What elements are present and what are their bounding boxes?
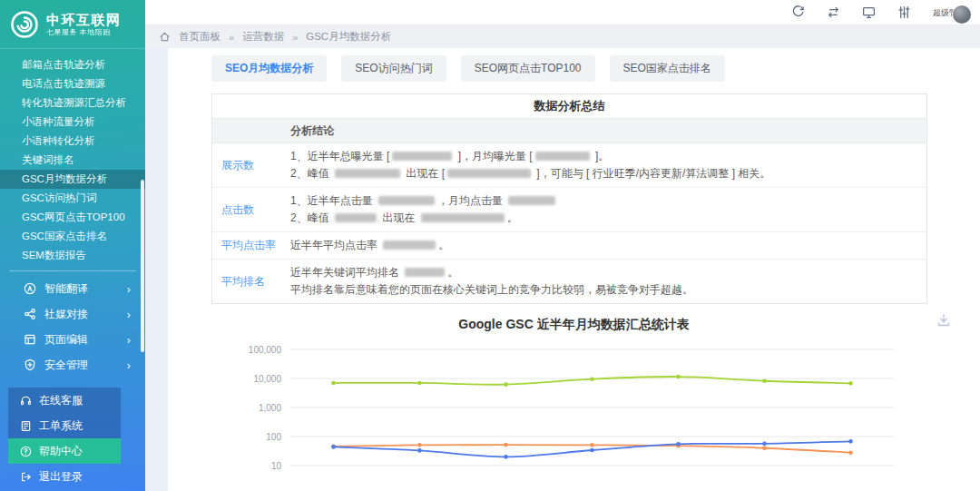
conclusion-line: 1、近半年点击量 ，月均点击量: [290, 192, 917, 210]
redacted-value: [383, 241, 436, 250]
sidebar-item[interactable]: 小语种转化分析: [0, 132, 145, 151]
y-tick-label: 100: [266, 432, 281, 442]
row-label: 平均点击率: [212, 232, 278, 259]
series-green-point: [762, 378, 767, 383]
conclusion-line: 近半年平均点击率 。: [290, 237, 917, 254]
sidebar-item[interactable]: GSC访问热门词: [0, 189, 145, 208]
series-blue-point: [676, 442, 681, 447]
page-edit-icon: [24, 333, 36, 346]
help-icon: [20, 446, 32, 457]
redacted-value: [405, 268, 445, 277]
brand-name: 中环互联网: [46, 12, 122, 27]
sidebar-group-安全管理[interactable]: 安全管理›: [0, 352, 145, 378]
conclusion-line: 2、峰值 出现在 。: [290, 210, 917, 227]
sidebar-item[interactable]: 电话点击轨迹溯源: [0, 74, 145, 93]
swap-icon[interactable]: [827, 5, 840, 19]
tab-SEO月均数据分析[interactable]: SEO月均数据分析: [211, 55, 327, 82]
content-inner: SEO月均数据分析SEO访问热门词SEO网页点击TOP100SEO国家点击排名 …: [168, 48, 980, 491]
chart-section: Google GSC 近半年月均数据汇总统计表 100,00010,0001,0…: [168, 315, 980, 491]
series-blue-point: [331, 445, 336, 449]
sidebar-group-label: 页面编辑: [44, 332, 88, 348]
sidebar-footer-label: 退出登录: [39, 469, 83, 485]
sidebar-links: 邮箱点击轨迹分析电话点击轨迹溯源转化轨迹溯源汇总分析小语种流量分析小语种转化分析…: [0, 55, 145, 265]
series-green-point: [331, 381, 336, 386]
redacted-value: [508, 196, 555, 205]
sidebar-group-智能翻译[interactable]: 智能翻译›: [0, 276, 145, 301]
download-icon[interactable]: [936, 313, 951, 328]
sidebar-item[interactable]: 邮箱点击轨迹分析: [0, 55, 145, 74]
sidebar-scrollbar[interactable]: [141, 180, 144, 352]
series-blue-point: [417, 448, 422, 453]
sidebar-item[interactable]: GSC网页点击TOP100: [0, 208, 145, 227]
conclusion-line: 2、峰值 出现在 [ ]，可能与 [ 行业旺季/内容更新/算法调整 ] 相关。: [290, 165, 917, 182]
redacted-value: [535, 152, 590, 161]
sidebar-item[interactable]: 小语种流量分析: [0, 113, 145, 132]
brand-text: 中环互联网 七星服务 本地陪跑: [46, 12, 122, 37]
sidebar-group-页面编辑[interactable]: 页面编辑›: [0, 327, 145, 352]
chevron-right-icon: ›: [127, 333, 131, 347]
sidebar-group-社媒对接[interactable]: 社媒对接›: [0, 301, 145, 327]
tab-bar: SEO月均数据分析SEO访问热门词SEO网页点击TOP100SEO国家点击排名: [211, 55, 980, 82]
line-chart: 100,00010,0001,000100101: [175, 339, 956, 491]
tab-SEO国家点击排名[interactable]: SEO国家点击排名: [610, 55, 725, 82]
breadcrumb-separator: »: [292, 32, 298, 43]
conclusion-line: 1、近半年总曝光量 [ ]，月均曝光量 [ ]。: [290, 148, 917, 165]
monitor-icon[interactable]: [862, 5, 876, 19]
sidebar-item[interactable]: GSC国家点击排名: [0, 227, 145, 246]
content: SEO月均数据分析SEO访问热门词SEO网页点击TOP100SEO国家点击排名 …: [145, 48, 980, 491]
series-blue-point: [504, 455, 508, 459]
sidebar-footer-在线客服[interactable]: 在线客服: [8, 388, 121, 413]
sidebar-footer-帮助中心[interactable]: 帮助中心: [8, 438, 121, 464]
brand-subtitle: 七星服务 本地陪跑: [46, 27, 122, 37]
sidebar-item[interactable]: 转化轨迹溯源汇总分析: [0, 93, 145, 113]
user-menu[interactable]: 超级管理: [933, 0, 973, 25]
avatar[interactable]: [953, 5, 971, 24]
chevron-right-icon: ›: [127, 308, 131, 321]
chevron-right-icon: ›: [127, 282, 131, 296]
redacted-value: [378, 196, 435, 205]
breadcrumb-item[interactable]: 首页面板: [179, 30, 220, 44]
sidebar-group-label: 安全管理: [44, 358, 88, 373]
row-label: 点击数: [212, 188, 278, 231]
row-conclusion: 1、近半年点击量 ，月均点击量 2、峰值 出现在 。: [278, 188, 926, 231]
logout-icon: [20, 471, 32, 483]
main-area: 超级管理 首页面板»运营数据»GSC月均数据分析 SEO月均数据分析SEO访问热…: [145, 0, 980, 491]
content-left-gutter: [145, 48, 168, 491]
series-orange-point: [504, 443, 508, 447]
sidebar-footer-label: 工单系统: [39, 418, 83, 434]
sidebar-footer-退出登录[interactable]: 退出登录: [8, 464, 121, 489]
series-blue-point: [762, 442, 767, 447]
y-tick-label: 1,000: [259, 403, 281, 413]
topbar-icons: [791, 5, 911, 19]
redacted-value: [335, 213, 377, 222]
translate-icon: [24, 282, 36, 295]
breadcrumb-item[interactable]: GSC月均数据分析: [306, 30, 391, 44]
y-tick-label: 100,000: [249, 345, 282, 355]
series-green-point: [848, 381, 853, 386]
sidebar-item[interactable]: 关键词排名: [0, 151, 145, 170]
sidebar: 中环互联网 七星服务 本地陪跑 邮箱点击轨迹分析电话点击轨迹溯源转化轨迹溯源汇总…: [0, 0, 145, 491]
sidebar-item[interactable]: GSC月均数据分析: [0, 170, 145, 189]
tab-SEO访问热门词[interactable]: SEO访问热门词: [341, 55, 446, 82]
ticket-icon: [20, 420, 32, 432]
series-green-point: [590, 377, 594, 381]
series-green-point: [417, 381, 422, 386]
series-green-point: [504, 382, 508, 387]
swirl-logo-icon: [9, 9, 40, 40]
home-icon: [159, 31, 171, 43]
summary-row-点击数: 点击数1、近半年点击量 ，月均点击量 2、峰值 出现在 。: [212, 188, 926, 232]
sidebar-divider: [9, 270, 136, 271]
y-tick-label: 10: [271, 461, 282, 471]
refresh-icon[interactable]: [791, 5, 805, 19]
app-window: 中环互联网 七星服务 本地陪跑 邮箱点击轨迹分析电话点击轨迹溯源转化轨迹溯源汇总…: [0, 0, 980, 491]
tab-SEO网页点击TOP100[interactable]: SEO网页点击TOP100: [461, 55, 595, 82]
conclusion-line: 平均排名靠后意味着您的页面在核心关键词上的竞争力比较弱，易被竞争对手超越。: [290, 281, 917, 299]
sliders-icon[interactable]: [897, 5, 911, 19]
summary-row-展示数: 展示数1、近半年总曝光量 [ ]，月均曝光量 [ ]。2、峰值 出现在 [ ]，…: [212, 143, 926, 188]
breadcrumb-item[interactable]: 运营数据: [242, 30, 284, 44]
sidebar-item[interactable]: SEM数据报告: [0, 246, 145, 265]
summary-row-平均点击率: 平均点击率近半年平均点击率 。: [212, 232, 926, 260]
series-blue-point: [848, 439, 853, 444]
sidebar-footer-工单系统[interactable]: 工单系统: [8, 413, 121, 438]
series-blue-point: [590, 448, 594, 453]
